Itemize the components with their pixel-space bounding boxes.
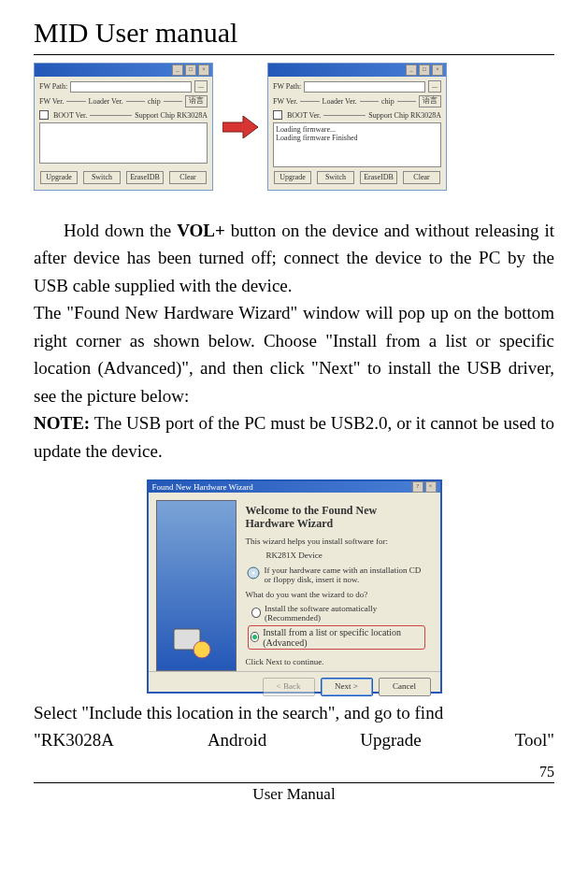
fwpath-label: FW Path: — [273, 82, 301, 91]
wizard-heading: Welcome to the Found New Hardware Wizard — [246, 504, 425, 531]
minimize-button[interactable]: _ — [172, 64, 183, 76]
arrow-right-icon — [222, 114, 258, 140]
boot-checkbox[interactable] — [39, 110, 49, 120]
chip-label: chip — [148, 97, 161, 106]
radio-advanced-label: Install from a list or specific location… — [263, 627, 422, 648]
screenshots-row: _ □ × FW Path: ... FW Ver. Loader Ver. c… — [34, 63, 554, 191]
after-l2b: Android — [208, 726, 266, 753]
wizard-question: What do you want the wizard to do? — [246, 590, 425, 599]
volplus-bold: VOL+ — [177, 221, 225, 240]
radio-advanced[interactable]: Install from a list or specific location… — [248, 625, 425, 650]
fwpath-input[interactable] — [304, 81, 425, 93]
minimize-button[interactable]: _ — [406, 64, 417, 76]
wizard-clicknext: Click Next to continue. — [246, 657, 425, 666]
support-label: Support Chip RK3028A — [368, 111, 441, 120]
radio-auto-label: Install the software automatically (Reco… — [265, 604, 425, 622]
close-button[interactable]: × — [198, 64, 209, 76]
erase-button[interactable]: EraseIDB — [360, 171, 397, 184]
fwver-label: FW Ver. — [273, 97, 297, 106]
radio-icon — [251, 608, 261, 618]
svg-marker-0 — [222, 116, 258, 138]
hardware-icon — [170, 623, 215, 661]
close-button[interactable]: × — [432, 64, 443, 76]
upgrade-button[interactable]: Upgrade — [40, 171, 78, 184]
clear-button[interactable]: Clear — [403, 171, 440, 184]
para2-text: The "Found New Hardware Wizard" window w… — [34, 303, 554, 405]
support-label: Support Chip RK3028A — [135, 111, 208, 120]
clear-button[interactable]: Clear — [169, 171, 207, 184]
help-button[interactable]: ? — [412, 481, 423, 493]
wizard-device-name: RK281X Device — [266, 551, 425, 560]
chip-label: chip — [381, 97, 394, 106]
fwpath-input[interactable] — [70, 81, 192, 93]
body-paragraph-1: Hold down the VOL+ button on the device … — [34, 217, 554, 465]
radio-icon — [251, 632, 260, 642]
log-area: Loading firmware... Loading firmware Fin… — [273, 122, 441, 167]
radio-auto[interactable]: Install the software automatically (Reco… — [251, 604, 425, 622]
fwver-label: FW Ver. — [39, 97, 64, 106]
maximize-button[interactable]: □ — [185, 64, 196, 76]
screenshot-right: _ □ × FW Path: ... FW Ver. Loader Ver. c… — [267, 63, 447, 191]
page-title: MID User manual — [34, 17, 554, 55]
wizard-title: Found New Hardware Wizard — [152, 482, 253, 492]
wizard-screenshot: Found New Hardware Wizard ? × Welcome to… — [34, 479, 554, 694]
bootver-label: BOOT Ver. — [287, 111, 321, 120]
log-line: Loading firmware Finished — [276, 134, 438, 142]
window-titlebar: _ □ × — [268, 64, 446, 77]
para1-frag1: Hold down the — [64, 221, 177, 240]
erase-button[interactable]: EraseIDB — [126, 171, 164, 184]
browse-button[interactable]: ... — [194, 80, 208, 93]
screenshot-left: _ □ × FW Path: ... FW Ver. Loader Ver. c… — [34, 63, 213, 191]
wizard-sidebar-image — [156, 500, 237, 671]
back-button[interactable]: < Back — [263, 678, 315, 696]
cd-icon — [246, 565, 261, 580]
after-line1: Select "Include this location in the sea… — [34, 699, 554, 726]
upgrade-button[interactable]: Upgrade — [274, 171, 311, 184]
loaderver-label: Loader Ver. — [89, 97, 123, 106]
wizard-cdhint: If your hardware came with an installati… — [265, 565, 425, 584]
fwpath-label: FW Path: — [39, 82, 67, 91]
switch-button[interactable]: Switch — [83, 171, 121, 184]
note-text: The USB port of the PC must be USB2.0, o… — [34, 413, 554, 460]
maximize-button[interactable]: □ — [419, 64, 430, 76]
window-titlebar: _ □ × — [35, 64, 212, 77]
after-l2c: Upgrade — [360, 726, 421, 753]
body-after: Select "Include this location in the sea… — [34, 699, 554, 754]
lang-button[interactable]: 语言 — [185, 95, 208, 107]
close-button[interactable]: × — [425, 481, 437, 493]
browse-button[interactable]: ... — [428, 80, 441, 93]
svg-point-4 — [251, 571, 254, 574]
after-l2d: Tool" — [515, 726, 554, 753]
bootver-label: BOOT Ver. — [53, 111, 87, 120]
switch-button[interactable]: Switch — [317, 171, 354, 184]
svg-point-2 — [194, 641, 210, 658]
next-button[interactable]: Next > — [321, 678, 373, 696]
cancel-button[interactable]: Cancel — [379, 678, 431, 696]
loaderver-label: Loader Ver. — [323, 97, 357, 106]
after-l2a: "RK3028A — [34, 726, 114, 753]
note-label: NOTE: — [34, 413, 90, 433]
log-line: Loading firmware... — [276, 125, 438, 134]
page-number: 75 — [0, 764, 588, 780]
lang-button[interactable]: 语言 — [419, 95, 441, 107]
footer-text: User Manual — [0, 783, 588, 804]
boot-checkbox[interactable] — [273, 110, 282, 120]
wizard-line1: This wizard helps you install software f… — [246, 536, 425, 546]
wizard-titlebar: Found New Hardware Wizard ? × — [149, 481, 440, 493]
log-area — [39, 122, 208, 164]
